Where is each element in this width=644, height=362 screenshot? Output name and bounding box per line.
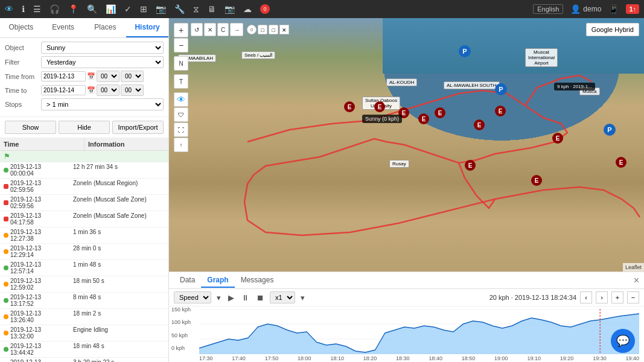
rotate-left-button[interactable]: ↺	[191, 23, 203, 36]
layers-icon[interactable]: ⧖	[193, 4, 199, 14]
map-type-button[interactable]: Google Hybrid	[586, 23, 639, 36]
north-button[interactable]: N	[174, 56, 188, 71]
row-info: 8 min 48 s	[69, 293, 168, 308]
table-row[interactable]: 2019-12-13 02:59:56 ZoneIn (Muscat Regio…	[0, 179, 168, 195]
language-button[interactable]: English	[533, 4, 563, 14]
zoom-out-button[interactable]: −	[174, 38, 188, 52]
close-map-button[interactable]: ✕	[204, 23, 216, 36]
pause-button[interactable]: ⏸	[240, 293, 251, 302]
marker-e4[interactable]: E	[418, 113, 429, 124]
x-label-1910: 19:10	[527, 355, 541, 361]
camera2-icon[interactable]: 📷	[225, 4, 235, 14]
chat-button[interactable]: 💬	[611, 329, 635, 353]
eye-icon[interactable]: 👁	[5, 4, 13, 14]
tab-graph[interactable]: Graph	[201, 273, 234, 288]
cursor-button[interactable]: T	[174, 74, 188, 89]
nav-next-button[interactable]: ›	[596, 291, 608, 303]
table-row[interactable]: 2019-12-13 12:27:38 1 min 36 s	[0, 227, 168, 244]
tab-data[interactable]: Data	[174, 273, 201, 288]
table-row[interactable]: 2019-12-13 12:29:14 28 min 0 s	[0, 244, 168, 260]
time-to-hour[interactable]: 00	[97, 84, 120, 96]
table-row[interactable]: 2019-12-13 12:59:02 18 min 50 s	[0, 276, 168, 293]
marker-e7[interactable]: E	[495, 106, 506, 116]
import-export-button[interactable]: Import/Export	[112, 121, 164, 134]
check-icon[interactable]: ✓	[124, 4, 132, 14]
marker-p1[interactable]: P	[459, 45, 471, 57]
tool-icon[interactable]: 🔧	[174, 4, 185, 14]
close-panel-button[interactable]: ×	[634, 276, 639, 285]
table-row[interactable]: 2019-12-13 13:32:00 Engine Idling	[0, 325, 168, 341]
table-row[interactable]: 2019-12-13 13:17:52 8 min 48 s	[0, 293, 168, 309]
tab-places[interactable]: Places	[84, 18, 127, 37]
marker-p2[interactable]: P	[495, 83, 507, 95]
search-icon[interactable]: 🔍	[87, 4, 97, 14]
map-area: + − N T 👁 🛡 ⛶ ↑ ↺ ✕ C → ○ □	[169, 18, 644, 362]
table-row[interactable]: 2019-12-13 12:57:14 1 min 48 s	[0, 260, 168, 276]
object-select[interactable]: Sunny	[41, 42, 164, 54]
headset-icon[interactable]: 🎧	[49, 4, 60, 14]
time-to-min[interactable]: 00	[121, 84, 144, 96]
menu-icon[interactable]: ☰	[33, 4, 41, 14]
show-button[interactable]: Show	[5, 121, 56, 134]
marker-e1[interactable]: E	[344, 101, 355, 112]
y-label-50: 50 kph	[171, 332, 191, 338]
hide-button[interactable]: Hide	[59, 121, 110, 134]
time-from-date[interactable]	[41, 71, 86, 81]
play-button[interactable]: ▶	[226, 293, 236, 302]
time-to-date[interactable]	[41, 85, 86, 95]
speed-mult-select[interactable]: x1	[270, 291, 295, 303]
arrow-button[interactable]: ↑	[174, 138, 188, 152]
grid-icon[interactable]: ⊞	[140, 4, 147, 14]
tab-messages[interactable]: Messages	[235, 273, 280, 288]
marker-e8[interactable]: E	[465, 160, 476, 171]
map-type-selector: Google Hybrid	[586, 23, 639, 36]
calendar-from-icon[interactable]: 📅	[87, 72, 95, 80]
table-row[interactable]: ⚑	[0, 151, 168, 162]
table-row[interactable]: 2019-12-13 02:59:56 ZoneIn (Muscat Safe …	[0, 195, 168, 211]
table-row[interactable]: 2019-12-13 00:00:04 12 h 27 min 34 s	[0, 162, 168, 179]
time-from-min[interactable]: 00	[121, 71, 144, 82]
zoom-out-chart-button[interactable]: −	[627, 291, 639, 303]
stops-select[interactable]: > 1 min	[41, 98, 164, 110]
dropdown-btn[interactable]: ▾	[215, 293, 223, 302]
marker-e6[interactable]: E	[474, 119, 485, 130]
table-row[interactable]: 2019-12-13 13:44:42 18 min 48 s	[0, 341, 168, 358]
speed-select[interactable]: Speed	[174, 291, 211, 303]
zoom-in-button[interactable]: +	[174, 23, 188, 37]
status-icon-orange	[4, 331, 8, 335]
marker-e10[interactable]: E	[616, 157, 626, 168]
marker-e5[interactable]: E	[435, 107, 445, 118]
marker-e9[interactable]: E	[552, 133, 563, 144]
tab-events[interactable]: Events	[42, 18, 84, 37]
info-icon[interactable]: ℹ	[22, 4, 25, 14]
marker-e2[interactable]: E	[374, 101, 385, 112]
map-btn-right[interactable]: →	[230, 23, 243, 36]
chart-icon[interactable]: 📊	[106, 4, 116, 14]
marker-e11[interactable]: E	[531, 175, 542, 186]
table-row[interactable]: 2019-12-13 14:03:30 3 h 20 min 22 s	[0, 358, 168, 362]
tab-objects[interactable]: Objects	[0, 18, 42, 37]
stop-button[interactable]: ⏹	[255, 293, 266, 302]
zoom-in-chart-button[interactable]: +	[611, 291, 623, 303]
history-table: ⚑ 2019-12-13 00:00:04 12 h 27 min 34 s 2…	[0, 151, 168, 362]
calendar-to-icon[interactable]: 📅	[87, 86, 95, 94]
map-btn-c[interactable]: C	[217, 23, 229, 36]
expand-button[interactable]: ⛶	[174, 122, 188, 137]
location-icon[interactable]: 📍	[68, 4, 78, 14]
notification-badge[interactable]: 0	[260, 4, 270, 14]
time-from-hour[interactable]: 00	[97, 71, 120, 82]
tab-history[interactable]: History	[126, 18, 168, 37]
table-row[interactable]: 2019-12-13 04:17:58 ZoneIn (Muscat Safe …	[0, 211, 168, 227]
filter-select[interactable]: Yesterday	[41, 56, 164, 68]
marker-p3[interactable]: P	[604, 124, 616, 136]
camera-icon[interactable]: 📷	[156, 4, 166, 14]
monitor-icon[interactable]: 🖥	[208, 4, 216, 14]
table-row[interactable]: 2019-12-13 13:26:40 18 min 2 s	[0, 309, 168, 325]
nav-prev-button[interactable]: ‹	[580, 291, 592, 303]
y-label-0: 0 kph	[171, 345, 191, 351]
shield-button[interactable]: 🛡	[174, 107, 188, 122]
map-container[interactable]: + − N T 👁 🛡 ⛶ ↑ ↺ ✕ C → ○ □	[169, 18, 644, 272]
eye-map-button[interactable]: 👁	[174, 92, 188, 107]
speed-dropdown-btn[interactable]: ▾	[299, 293, 307, 302]
cloud-icon[interactable]: ☁	[243, 4, 252, 14]
